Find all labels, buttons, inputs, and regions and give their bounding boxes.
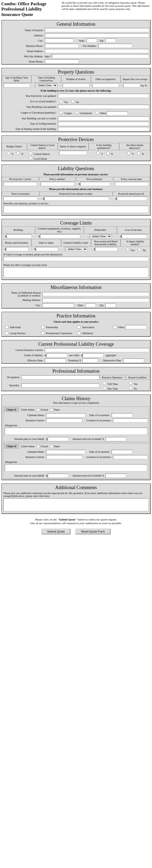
- c1-closed[interactable]: [36, 408, 40, 412]
- email-input[interactable]: [45, 49, 149, 53]
- construction-select[interactable]: --Select One--: [35, 83, 57, 88]
- practice-other-input[interactable]: [126, 325, 147, 329]
- c2-loc-input[interactable]: [113, 455, 148, 459]
- misc-zip-input[interactable]: [105, 303, 116, 308]
- c1-alleg-textarea[interactable]: [5, 428, 147, 435]
- money-input[interactable]: [6, 247, 29, 251]
- name-input[interactable]: [45, 28, 149, 32]
- plumb-other-input[interactable]: [107, 111, 128, 115]
- misc-city-input[interactable]: [42, 303, 74, 308]
- c1-paid-input[interactable]: [48, 437, 69, 441]
- sprinkler-y[interactable]: [96, 152, 100, 155]
- c2-open[interactable]: [50, 445, 53, 448]
- building-input[interactable]: [6, 234, 32, 238]
- age-input[interactable]: [3, 83, 30, 87]
- stories-input[interactable]: [62, 83, 90, 87]
- curr-carrier-input[interactable]: [45, 348, 149, 352]
- chk-partnership[interactable]: [41, 326, 45, 329]
- roof-year-input[interactable]: [58, 117, 149, 121]
- mailing-addr-input[interactable]: [42, 298, 149, 302]
- reset-button[interactable]: Reset Quote Form: [75, 529, 110, 534]
- pt-radio[interactable]: [103, 386, 106, 390]
- occupation-input[interactable]: [21, 375, 99, 379]
- c2-doc-input[interactable]: [112, 450, 133, 454]
- chk-profcorp[interactable]: [41, 332, 45, 335]
- alarm-la[interactable]: [29, 156, 32, 160]
- glass-dim-textarea[interactable]: [3, 257, 149, 261]
- loss-income-input[interactable]: [122, 234, 147, 238]
- chk-affiliation[interactable]: [77, 332, 80, 335]
- retro-date-input[interactable]: [123, 359, 144, 363]
- c2-carrier-input[interactable]: [46, 455, 82, 459]
- plumb-input[interactable]: [58, 105, 149, 109]
- sqft-input[interactable]: [123, 83, 140, 87]
- c2-paid-input[interactable]: [48, 474, 69, 478]
- breaker-no[interactable]: [71, 100, 74, 103]
- c1-name-input[interactable]: [46, 413, 85, 417]
- chk-association[interactable]: [77, 326, 80, 329]
- c2-alleg-textarea[interactable]: [5, 464, 147, 471]
- c1-doc-input[interactable]: [112, 413, 133, 417]
- elec-input[interactable]: [58, 94, 149, 98]
- breaker-yes[interactable]: [59, 100, 62, 103]
- c1-reserved-input[interactable]: [105, 437, 126, 441]
- c2-reserved-input[interactable]: [105, 474, 126, 478]
- gross-receipts-input[interactable]: [44, 196, 109, 201]
- plumb-other[interactable]: [95, 111, 99, 114]
- bphone-input[interactable]: [45, 44, 79, 48]
- payroll-input[interactable]: [117, 196, 147, 201]
- c1-carrier-input[interactable]: [46, 418, 82, 423]
- auto-liab-input[interactable]: [95, 247, 118, 251]
- plumb-copper[interactable]: [59, 111, 62, 114]
- smoke-y[interactable]: [127, 152, 130, 155]
- chk-other[interactable]: [113, 326, 117, 329]
- zip-input[interactable]: [105, 38, 116, 43]
- city-input[interactable]: [45, 38, 74, 43]
- prior-premium-input[interactable]: [80, 182, 110, 186]
- limit-agg-input[interactable]: [82, 353, 103, 358]
- addl-insured-input[interactable]: [42, 292, 149, 296]
- roof-mat-input[interactable]: [58, 122, 149, 126]
- web-input[interactable]: [52, 54, 149, 58]
- board-yes[interactable]: [129, 381, 132, 385]
- burglar-n[interactable]: [17, 152, 20, 155]
- chk-group[interactable]: [5, 332, 8, 335]
- alarm-company-input[interactable]: [59, 151, 87, 155]
- prev-carrier-input[interactable]: [3, 182, 37, 186]
- renewal-date-input[interactable]: [115, 182, 149, 186]
- heating-input[interactable]: [58, 127, 149, 131]
- hphone-input[interactable]: [45, 59, 79, 64]
- additional-textarea[interactable]: [3, 498, 149, 511]
- smoke-n[interactable]: [137, 152, 141, 155]
- sprinkler-n[interactable]: [106, 152, 109, 155]
- c2-closed[interactable]: [36, 445, 40, 448]
- limit-perclaim-input[interactable]: [46, 353, 67, 358]
- premium-input[interactable]: [82, 359, 98, 363]
- deductible-select[interactable]: --Select One--: [90, 234, 112, 239]
- policy-num-input[interactable]: [41, 182, 74, 186]
- alarm-cs[interactable]: [29, 152, 32, 155]
- state-input[interactable]: [86, 38, 97, 43]
- c1-loc-input[interactable]: [113, 418, 148, 423]
- ft-radio[interactable]: [103, 381, 106, 385]
- c2-name-input[interactable]: [46, 450, 85, 454]
- gl-limit-select[interactable]: --Select One--: [65, 247, 87, 251]
- contents-input[interactable]: [40, 234, 80, 238]
- liquor-no[interactable]: [138, 248, 141, 251]
- occupancies-input[interactable]: [92, 83, 119, 87]
- c1-open[interactable]: [50, 408, 53, 412]
- fax-input[interactable]: [98, 44, 132, 48]
- years-biz-input[interactable]: [3, 196, 37, 201]
- address-input[interactable]: [45, 33, 149, 37]
- plumb-galv[interactable]: [75, 111, 78, 114]
- chk-individual[interactable]: [5, 326, 8, 329]
- board-no[interactable]: [129, 386, 132, 390]
- specialty-input[interactable]: [21, 383, 99, 388]
- other-cov-textarea[interactable]: [3, 267, 149, 277]
- business-desc-textarea[interactable]: [3, 206, 149, 213]
- liquor-yes[interactable]: [126, 248, 129, 251]
- eff-date-input[interactable]: [45, 359, 66, 363]
- submit-button[interactable]: Submit Quote: [42, 529, 71, 534]
- burglar-y[interactable]: [7, 152, 10, 155]
- misc-state-input[interactable]: [85, 303, 96, 308]
